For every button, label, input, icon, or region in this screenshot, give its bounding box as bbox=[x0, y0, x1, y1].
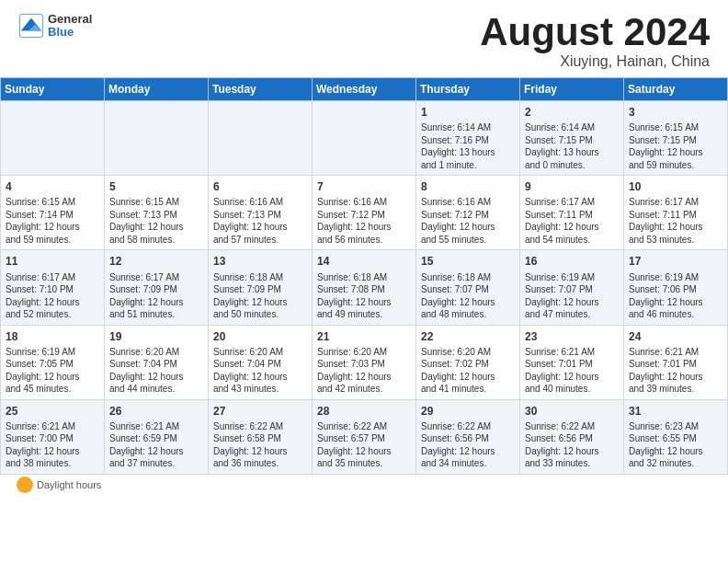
calendar-cell: 11Sunrise: 6:17 AM Sunset: 7:10 PM Dayli… bbox=[1, 250, 105, 325]
sun-icon bbox=[18, 478, 31, 491]
day-number: 5 bbox=[109, 179, 203, 194]
calendar-cell: 29Sunrise: 6:22 AM Sunset: 6:56 PM Dayli… bbox=[416, 399, 520, 474]
calendar-cell: 14Sunrise: 6:18 AM Sunset: 7:08 PM Dayli… bbox=[313, 250, 416, 325]
calendar-cell bbox=[209, 101, 313, 176]
day-info: Sunrise: 6:17 AM Sunset: 7:11 PM Dayligh… bbox=[629, 196, 722, 246]
day-number: 9 bbox=[525, 179, 619, 194]
calendar-cell: 1Sunrise: 6:14 AM Sunset: 7:16 PM Daylig… bbox=[416, 101, 520, 176]
logo-text: General Blue bbox=[48, 13, 92, 40]
day-number: 31 bbox=[629, 404, 722, 419]
calendar-cell: 25Sunrise: 6:21 AM Sunset: 7:00 PM Dayli… bbox=[1, 399, 105, 474]
day-number: 12 bbox=[109, 254, 203, 269]
calendar-cell: 24Sunrise: 6:21 AM Sunset: 7:01 PM Dayli… bbox=[624, 325, 728, 399]
day-info: Sunrise: 6:21 AM Sunset: 7:01 PM Dayligh… bbox=[525, 346, 619, 396]
calendar-cell: 13Sunrise: 6:18 AM Sunset: 7:09 PM Dayli… bbox=[209, 250, 313, 325]
calendar-week-0: 1Sunrise: 6:14 AM Sunset: 7:16 PM Daylig… bbox=[1, 101, 728, 176]
day-info: Sunrise: 6:16 AM Sunset: 7:12 PM Dayligh… bbox=[421, 196, 515, 246]
day-number: 14 bbox=[317, 254, 411, 269]
day-info: Sunrise: 6:21 AM Sunset: 7:00 PM Dayligh… bbox=[6, 420, 99, 470]
day-number: 22 bbox=[421, 329, 515, 344]
day-info: Sunrise: 6:20 AM Sunset: 7:04 PM Dayligh… bbox=[213, 346, 307, 396]
calendar-cell: 16Sunrise: 6:19 AM Sunset: 7:07 PM Dayli… bbox=[520, 250, 624, 325]
calendar-cell: 17Sunrise: 6:19 AM Sunset: 7:06 PM Dayli… bbox=[624, 250, 728, 325]
day-info: Sunrise: 6:18 AM Sunset: 7:08 PM Dayligh… bbox=[317, 271, 411, 321]
calendar-header: SundayMondayTuesdayWednesdayThursdayFrid… bbox=[1, 78, 728, 101]
day-info: Sunrise: 6:23 AM Sunset: 6:55 PM Dayligh… bbox=[629, 420, 722, 470]
day-number: 13 bbox=[213, 254, 307, 269]
day-info: Sunrise: 6:18 AM Sunset: 7:09 PM Dayligh… bbox=[213, 271, 307, 321]
day-number: 27 bbox=[213, 404, 307, 419]
day-info: Sunrise: 6:17 AM Sunset: 7:11 PM Dayligh… bbox=[525, 196, 619, 246]
day-info: Sunrise: 6:22 AM Sunset: 6:57 PM Dayligh… bbox=[317, 420, 411, 470]
header-cell-sunday: Sunday bbox=[1, 78, 105, 101]
header-cell-tuesday: Tuesday bbox=[209, 78, 313, 101]
logo-general: General bbox=[48, 13, 92, 26]
calendar-cell: 12Sunrise: 6:17 AM Sunset: 7:09 PM Dayli… bbox=[105, 250, 209, 325]
day-number: 26 bbox=[109, 404, 203, 419]
day-info: Sunrise: 6:21 AM Sunset: 7:01 PM Dayligh… bbox=[629, 346, 722, 396]
calendar-cell: 20Sunrise: 6:20 AM Sunset: 7:04 PM Dayli… bbox=[209, 325, 313, 399]
day-info: Sunrise: 6:14 AM Sunset: 7:15 PM Dayligh… bbox=[525, 121, 619, 171]
day-info: Sunrise: 6:18 AM Sunset: 7:07 PM Dayligh… bbox=[421, 271, 515, 321]
header-cell-friday: Friday bbox=[520, 78, 624, 101]
day-info: Sunrise: 6:14 AM Sunset: 7:16 PM Dayligh… bbox=[421, 121, 515, 171]
footer: Daylight hours bbox=[0, 475, 728, 495]
calendar-cell: 4Sunrise: 6:15 AM Sunset: 7:14 PM Daylig… bbox=[1, 176, 105, 250]
calendar-cell: 22Sunrise: 6:20 AM Sunset: 7:02 PM Dayli… bbox=[416, 325, 520, 399]
day-info: Sunrise: 6:19 AM Sunset: 7:05 PM Dayligh… bbox=[6, 346, 99, 396]
day-info: Sunrise: 6:20 AM Sunset: 7:04 PM Dayligh… bbox=[109, 346, 203, 396]
day-number: 8 bbox=[421, 179, 515, 194]
day-info: Sunrise: 6:15 AM Sunset: 7:13 PM Dayligh… bbox=[109, 196, 203, 246]
day-number: 21 bbox=[317, 329, 411, 344]
calendar-cell bbox=[313, 101, 416, 176]
day-info: Sunrise: 6:19 AM Sunset: 7:06 PM Dayligh… bbox=[629, 271, 722, 321]
footer-note: Daylight hours bbox=[18, 478, 710, 491]
daylight-label: Daylight hours bbox=[37, 479, 101, 490]
header-cell-monday: Monday bbox=[105, 78, 209, 101]
calendar-cell: 31Sunrise: 6:23 AM Sunset: 6:55 PM Dayli… bbox=[624, 399, 728, 474]
day-number: 28 bbox=[317, 404, 411, 419]
day-info: Sunrise: 6:16 AM Sunset: 7:13 PM Dayligh… bbox=[213, 196, 307, 246]
day-info: Sunrise: 6:22 AM Sunset: 6:56 PM Dayligh… bbox=[525, 420, 619, 470]
calendar-cell: 2Sunrise: 6:14 AM Sunset: 7:15 PM Daylig… bbox=[520, 101, 624, 176]
calendar-cell bbox=[1, 101, 105, 176]
day-number: 7 bbox=[317, 179, 411, 194]
title-location: Xiuying, Hainan, China bbox=[480, 53, 710, 70]
calendar-cell: 9Sunrise: 6:17 AM Sunset: 7:11 PM Daylig… bbox=[520, 176, 624, 250]
calendar-week-1: 4Sunrise: 6:15 AM Sunset: 7:14 PM Daylig… bbox=[1, 176, 728, 250]
calendar-cell: 10Sunrise: 6:17 AM Sunset: 7:11 PM Dayli… bbox=[624, 176, 728, 250]
calendar-cell: 5Sunrise: 6:15 AM Sunset: 7:13 PM Daylig… bbox=[105, 176, 209, 250]
day-info: Sunrise: 6:19 AM Sunset: 7:07 PM Dayligh… bbox=[525, 271, 619, 321]
day-number: 15 bbox=[421, 254, 515, 269]
title-month: August 2024 bbox=[480, 13, 710, 52]
day-info: Sunrise: 6:21 AM Sunset: 6:59 PM Dayligh… bbox=[109, 420, 203, 470]
day-number: 10 bbox=[629, 179, 722, 194]
day-number: 20 bbox=[213, 329, 307, 344]
calendar-cell: 19Sunrise: 6:20 AM Sunset: 7:04 PM Dayli… bbox=[105, 325, 209, 399]
page-header: General Blue August 2024 Xiuying, Hainan… bbox=[0, 0, 728, 77]
header-cell-saturday: Saturday bbox=[624, 78, 728, 101]
day-number: 1 bbox=[421, 105, 515, 120]
calendar-body: 1Sunrise: 6:14 AM Sunset: 7:16 PM Daylig… bbox=[1, 101, 728, 475]
calendar-week-4: 25Sunrise: 6:21 AM Sunset: 7:00 PM Dayli… bbox=[1, 399, 728, 474]
day-info: Sunrise: 6:20 AM Sunset: 7:03 PM Dayligh… bbox=[317, 346, 411, 396]
day-info: Sunrise: 6:22 AM Sunset: 6:56 PM Dayligh… bbox=[421, 420, 515, 470]
day-info: Sunrise: 6:20 AM Sunset: 7:02 PM Dayligh… bbox=[421, 346, 515, 396]
day-number: 18 bbox=[6, 329, 99, 344]
calendar-cell: 27Sunrise: 6:22 AM Sunset: 6:58 PM Dayli… bbox=[209, 399, 313, 474]
calendar-cell: 3Sunrise: 6:15 AM Sunset: 7:15 PM Daylig… bbox=[624, 101, 728, 176]
calendar-cell: 23Sunrise: 6:21 AM Sunset: 7:01 PM Dayli… bbox=[520, 325, 624, 399]
calendar-cell: 26Sunrise: 6:21 AM Sunset: 6:59 PM Dayli… bbox=[105, 399, 209, 474]
logo-icon bbox=[18, 13, 44, 39]
day-number: 19 bbox=[109, 329, 203, 344]
day-info: Sunrise: 6:15 AM Sunset: 7:14 PM Dayligh… bbox=[6, 196, 99, 246]
day-info: Sunrise: 6:15 AM Sunset: 7:15 PM Dayligh… bbox=[629, 121, 722, 171]
day-number: 24 bbox=[629, 329, 722, 344]
day-number: 11 bbox=[6, 254, 99, 269]
calendar-cell: 21Sunrise: 6:20 AM Sunset: 7:03 PM Dayli… bbox=[313, 325, 416, 399]
header-cell-wednesday: Wednesday bbox=[313, 78, 416, 101]
calendar-cell: 18Sunrise: 6:19 AM Sunset: 7:05 PM Dayli… bbox=[1, 325, 105, 399]
day-number: 6 bbox=[213, 179, 307, 194]
day-number: 16 bbox=[525, 254, 619, 269]
logo-blue: Blue bbox=[48, 26, 92, 39]
